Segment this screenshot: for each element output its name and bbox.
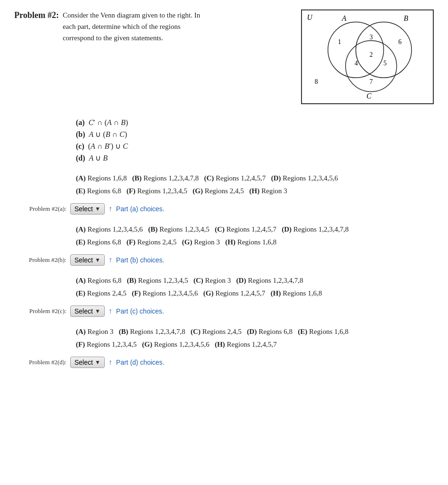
- part-a: (a) C′ ∩ (A ∩ B): [76, 118, 434, 127]
- choices-block-a: (A) Regions 1,6,8 (B) Regions 1,2,3,4,7,…: [76, 172, 434, 198]
- select-button-c[interactable]: Select ▼: [70, 305, 105, 317]
- scroll-up-c: ↑: [109, 307, 112, 315]
- problem-header: Problem #2: Consider the Venn diagram gi…: [14, 9, 434, 104]
- part-b: (b) A ∪ (B ∩ C): [76, 130, 434, 139]
- dropdown-arrow-a: ▼: [95, 206, 101, 212]
- problem-row-b: Problem #2(b): Select ▼ ↑ Part (b) choic…: [14, 254, 434, 266]
- parts-section: (a) C′ ∩ (A ∩ B) (b) A ∪ (B ∩ C) (c) (A …: [76, 118, 434, 162]
- svg-text:7: 7: [369, 78, 373, 85]
- svg-text:4: 4: [355, 60, 358, 67]
- problem-row-c: Problem #2(c): Select ▼ ↑ Part (c) choic…: [14, 305, 434, 317]
- problem-description: Consider the Venn diagram given to the r…: [63, 9, 205, 44]
- choices-link-d[interactable]: Part (d) choices.: [116, 359, 165, 366]
- problem-row-a: Problem #2(a): Select ▼ ↑ Part (a) choic…: [14, 203, 434, 215]
- scroll-up-d: ↑: [109, 358, 112, 367]
- part-c: (c) (A ∩ B′) ∪ C: [76, 142, 434, 151]
- dropdown-arrow-d: ▼: [95, 359, 101, 366]
- dropdown-arrow-c: ▼: [95, 308, 101, 314]
- scroll-up-b: ↑: [109, 256, 112, 264]
- choices-block-b: (A) Regions 1,2,3,4,5,6 (B) Regions 1,2,…: [76, 223, 434, 249]
- choices-block-c: (A) Regions 6,8 (B) Regions 1,2,3,4,5 (C…: [76, 274, 434, 300]
- choices-link-b[interactable]: Part (b) choices.: [116, 256, 165, 264]
- svg-text:U: U: [307, 13, 313, 21]
- problem-title: Problem #2:: [14, 10, 59, 20]
- svg-text:8: 8: [315, 78, 318, 85]
- svg-text:6: 6: [398, 38, 402, 45]
- part-d: (d) A ∪ B: [76, 153, 434, 162]
- problem-label-d: Problem #2(d):: [14, 359, 66, 366]
- svg-text:A: A: [341, 14, 347, 22]
- scroll-up-a: ↑: [109, 205, 112, 213]
- dropdown-arrow-b: ▼: [95, 257, 101, 263]
- problem-row-d: Problem #2(d): Select ▼ ↑ Part (d) choic…: [14, 357, 434, 368]
- svg-text:3: 3: [369, 34, 373, 41]
- choices-block-d: (A) Region 3 (B) Regions 1,2,3,4,7,8 (C)…: [76, 325, 434, 351]
- problem-label-a: Problem #2(a):: [14, 205, 66, 213]
- select-button-a[interactable]: Select ▼: [70, 203, 105, 215]
- svg-text:2: 2: [369, 51, 373, 58]
- select-button-d[interactable]: Select ▼: [70, 357, 105, 368]
- svg-text:5: 5: [384, 60, 387, 67]
- svg-text:B: B: [403, 14, 408, 22]
- problem-label-b: Problem #2(b):: [14, 256, 66, 264]
- choices-link-a[interactable]: Part (a) choices.: [116, 205, 165, 213]
- select-button-b[interactable]: Select ▼: [70, 254, 105, 266]
- choices-link-c[interactable]: Part (c) choices.: [116, 307, 164, 315]
- problem-label-c: Problem #2(c):: [14, 307, 66, 315]
- svg-text:1: 1: [338, 38, 341, 45]
- svg-text:C: C: [366, 92, 372, 100]
- venn-diagram: U A B C 1 3 6 2 4 5: [301, 9, 434, 104]
